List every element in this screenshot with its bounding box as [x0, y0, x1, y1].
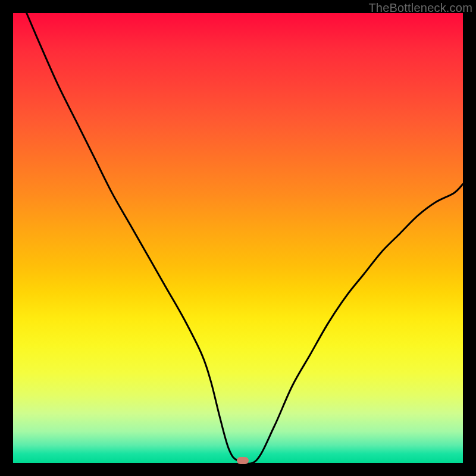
chart-frame — [13, 13, 463, 463]
minimum-marker — [237, 457, 249, 464]
bottleneck-curve — [13, 13, 463, 463]
watermark-text: TheBottleneck.com — [368, 1, 472, 15]
